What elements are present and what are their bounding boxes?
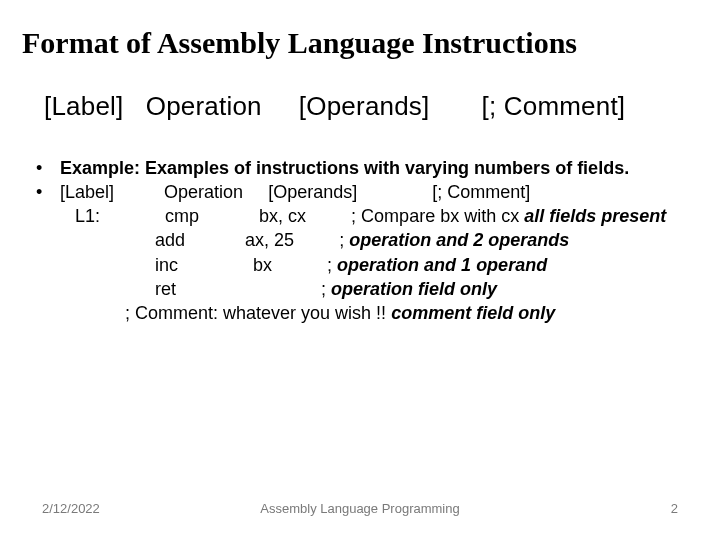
- instruction-row: L1: cmp bx, cx ; Compare bx with cx all …: [34, 204, 686, 228]
- hdr-operation: Operation: [164, 182, 243, 202]
- hdr-comment: [; Comment]: [432, 182, 530, 202]
- row-note-emph: operation and 1 operand: [337, 255, 547, 275]
- row-2: inc bx ; operation and 1 operand: [60, 253, 686, 277]
- row-args: bx: [248, 255, 272, 275]
- comment-emph: comment field only: [391, 303, 555, 323]
- comment-only-row: ; Comment: whatever you wish !! comment …: [34, 301, 686, 325]
- example-text: Examples of instructions with varying nu…: [140, 158, 629, 178]
- slide: Format of Assembly Language Instructions…: [0, 0, 720, 540]
- syntax-label: [Label]: [44, 91, 123, 122]
- comment-plain: ; Comment: whatever you wish !!: [125, 303, 391, 323]
- row-note-emph: all fields present: [524, 206, 666, 226]
- row-comment-only: ; Comment: whatever you wish !! comment …: [60, 301, 686, 325]
- row-label: L1:: [60, 206, 100, 226]
- row-op: inc: [155, 255, 178, 275]
- row-args: ax, 25: [245, 230, 294, 250]
- row-op: ret: [155, 279, 176, 299]
- row-1: add ax, 25 ; operation and 2 operands: [60, 228, 686, 252]
- syntax-operands: [Operands]: [299, 91, 430, 122]
- bullet-example: • Example: Examples of instructions with…: [34, 156, 686, 180]
- header-row: [Label] Operation [Operands] [; Comment]: [60, 180, 686, 204]
- syntax-format-line: [Label] Operation [Operands] [; Comment]: [0, 71, 720, 122]
- row-args: bx, cx: [259, 206, 306, 226]
- row-note-plain: ;: [321, 279, 331, 299]
- footer-title: Assembly Language Programming: [0, 501, 720, 516]
- syntax-comment: [; Comment]: [481, 91, 625, 122]
- syntax-operation: Operation: [146, 91, 262, 122]
- row-3: ret ; operation field only: [60, 277, 686, 301]
- hdr-label: [Label]: [60, 182, 114, 202]
- bullet-header-row: • [Label] Operation [Operands] [; Commen…: [34, 180, 686, 204]
- footer-page-number: 2: [671, 501, 678, 516]
- bullet-dot-icon: •: [34, 180, 60, 204]
- row-note-emph: operation and 2 operands: [349, 230, 569, 250]
- row-note-plain: ;: [327, 255, 337, 275]
- row-note-emph: operation field only: [331, 279, 497, 299]
- example-heading: Example:: [60, 158, 140, 178]
- hdr-operands: [Operands]: [268, 182, 357, 202]
- row-note-plain: ;: [339, 230, 349, 250]
- row-note-plain: ; Compare bx with cx: [351, 206, 524, 226]
- row-0: L1: cmp bx, cx ; Compare bx with cx all …: [60, 204, 686, 228]
- page-title: Format of Assembly Language Instructions: [0, 0, 720, 71]
- body-content: • Example: Examples of instructions with…: [0, 122, 720, 326]
- row-op: add: [155, 230, 185, 250]
- instruction-row: add ax, 25 ; operation and 2 operands: [34, 228, 686, 252]
- row-op: cmp: [165, 206, 199, 226]
- instruction-row: inc bx ; operation and 1 operand: [34, 253, 686, 277]
- bullet-dot-icon: •: [34, 156, 60, 180]
- instruction-row: ret ; operation field only: [34, 277, 686, 301]
